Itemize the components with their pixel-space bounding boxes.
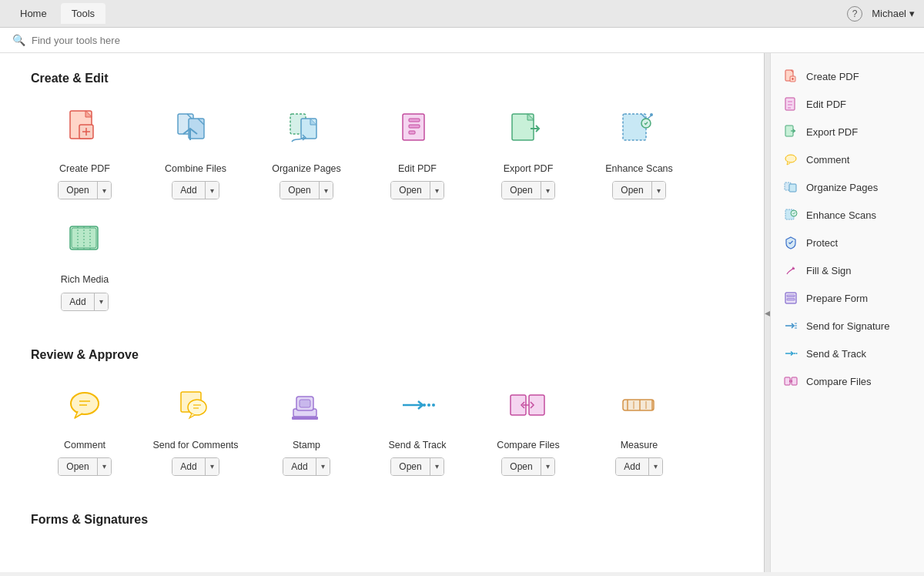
rich-media-icon <box>57 212 112 267</box>
sidebar: Create PDF Edit PDF Expor <box>770 53 924 572</box>
create-pdf-dropdown-btn[interactable]: ▾ <box>97 182 111 199</box>
sidebar-item-send-track[interactable]: Send & Track <box>771 340 924 367</box>
send-track-btn-group: Open ▾ <box>390 457 444 476</box>
tool-item-organize-pages: Organize Pages Open ▾ <box>253 101 360 199</box>
send-for-comments-dropdown-btn[interactable]: ▾ <box>205 458 219 475</box>
tool-item-create-pdf: Create PDF Open ▾ <box>31 101 139 199</box>
svg-point-33 <box>423 404 426 407</box>
stamp-icon <box>279 377 334 433</box>
combine-files-icon <box>168 101 223 156</box>
compare-files-open-btn[interactable]: Open <box>502 458 540 475</box>
edit-pdf-dropdown-btn[interactable]: ▾ <box>430 182 444 199</box>
tool-item-export-pdf: Export PDF Open ▾ <box>474 101 582 199</box>
tools-grid-review-approve: Comment Open ▾ <box>31 377 733 488</box>
section-forms-signatures: Forms & Signatures <box>31 513 733 527</box>
create-pdf-btn-group: Open ▾ <box>58 181 111 199</box>
organize-pages-dropdown-btn[interactable]: ▾ <box>319 182 333 199</box>
tool-item-edit-pdf: Edit PDF Open ▾ <box>363 101 471 199</box>
nav-right: ? Michael ▾ <box>847 6 915 22</box>
sidebar-item-comment[interactable]: Comment <box>771 146 924 173</box>
tool-name-measure: Measure <box>621 439 658 451</box>
user-menu-button[interactable]: Michael ▾ <box>872 8 915 19</box>
sidebar-label-prepare-form: Prepare Form <box>806 293 868 304</box>
sidebar-item-export-pdf[interactable]: Export PDF <box>771 118 924 146</box>
export-pdf-dropdown-btn[interactable]: ▾ <box>541 182 554 199</box>
send-for-comments-icon <box>168 377 223 433</box>
organize-pages-btn-group: Open ▾ <box>280 181 333 199</box>
create-pdf-icon <box>57 101 112 156</box>
tool-item-combine-files: Combine Files Add ▾ <box>142 101 249 199</box>
organize-pages-sidebar-icon <box>783 179 798 195</box>
sidebar-item-create-pdf[interactable]: Create PDF <box>771 62 924 90</box>
enhance-scans-dropdown-btn[interactable]: ▾ <box>651 182 665 199</box>
nav-tabs: Home Tools <box>9 3 105 24</box>
tool-name-send-track: Send & Track <box>388 439 446 451</box>
section-review-approve: Review & Approve Comment Open <box>31 348 733 488</box>
compare-files-dropdown-btn[interactable]: ▾ <box>541 458 554 475</box>
sidebar-item-compare-files[interactable]: Compare Files <box>771 367 924 395</box>
fill-sign-sidebar-icon <box>783 263 798 278</box>
edit-pdf-open-btn[interactable]: Open <box>391 182 429 199</box>
sidebar-label-send-for-signature: Send for Signature <box>806 320 889 332</box>
protect-sidebar-icon <box>783 235 798 250</box>
send-track-open-btn[interactable]: Open <box>391 458 429 475</box>
compare-files-sidebar-icon <box>783 373 798 389</box>
stamp-dropdown-btn[interactable]: ▾ <box>316 458 330 475</box>
organize-pages-open-btn[interactable]: Open <box>280 182 318 199</box>
search-input[interactable] <box>32 35 912 46</box>
send-for-comments-add-btn[interactable]: Add <box>172 458 204 475</box>
sidebar-label-protect: Protect <box>806 237 838 249</box>
tool-item-stamp: Stamp Add ▾ <box>253 377 360 476</box>
svg-rect-55 <box>789 184 796 192</box>
main-layout: Create & Edit Create PDF <box>0 53 924 572</box>
export-pdf-sidebar-icon <box>783 124 798 139</box>
combine-files-add-btn[interactable]: Add <box>172 182 204 199</box>
enhance-scans-open-btn[interactable]: Open <box>613 182 651 199</box>
combine-files-dropdown-btn[interactable]: ▾ <box>205 182 219 199</box>
tool-name-enhance-scans: Enhance Scans <box>605 162 673 175</box>
nav-tab-home[interactable]: Home <box>9 3 58 24</box>
create-pdf-open-btn[interactable]: Open <box>59 182 96 199</box>
svg-point-22 <box>71 393 99 414</box>
tool-item-send-track: Send & Track Open ▾ <box>363 377 471 476</box>
comment-dropdown-btn[interactable]: ▾ <box>97 458 111 475</box>
sidebar-item-prepare-form[interactable]: Prepare Form <box>771 284 924 312</box>
comment-sidebar-icon <box>783 152 798 167</box>
sidebar-item-fill-sign[interactable]: Fill & Sign <box>771 256 924 284</box>
send-track-icon <box>390 377 445 433</box>
sidebar-item-send-for-signature[interactable]: Send for Signature <box>771 312 924 340</box>
section-create-edit: Create & Edit Create PDF <box>31 72 733 323</box>
stamp-add-btn[interactable]: Add <box>283 458 315 475</box>
rich-media-add-btn[interactable]: Add <box>62 293 93 310</box>
comment-open-btn[interactable]: Open <box>59 458 96 475</box>
measure-add-btn[interactable]: Add <box>616 458 648 475</box>
tool-name-rich-media: Rich Media <box>61 273 109 286</box>
sidebar-item-enhance-scans[interactable]: Enhance Scans <box>771 201 924 229</box>
tools-grid-create-edit: Create PDF Open ▾ <box>31 101 733 323</box>
prepare-form-sidebar-icon <box>783 290 798 306</box>
tool-name-combine-files: Combine Files <box>165 162 226 175</box>
comment-btn-group: Open ▾ <box>58 457 111 476</box>
svg-point-61 <box>794 353 795 354</box>
sidebar-item-edit-pdf[interactable]: Edit PDF <box>771 90 924 118</box>
measure-dropdown-btn[interactable]: ▾ <box>648 458 662 475</box>
combine-files-btn-group: Add ▾ <box>172 181 219 199</box>
edit-pdf-icon <box>390 101 445 156</box>
search-icon: 🔍 <box>12 34 25 46</box>
send-for-comments-btn-group: Add ▾ <box>172 457 219 476</box>
help-button[interactable]: ? <box>847 6 862 22</box>
sidebar-item-organize-pages[interactable]: Organize Pages <box>771 173 924 201</box>
sidebar-label-fill-sign: Fill & Sign <box>806 265 852 276</box>
nav-tab-tools[interactable]: Tools <box>61 3 105 24</box>
send-track-dropdown-btn[interactable]: ▾ <box>430 458 444 475</box>
sidebar-item-protect[interactable]: Protect <box>771 229 924 256</box>
compare-files-btn-group: Open ▾ <box>501 457 554 476</box>
svg-point-26 <box>188 400 206 415</box>
edit-pdf-btn-group: Open ▾ <box>390 181 444 199</box>
tool-item-compare-files: Compare Files Open ▾ <box>474 377 582 476</box>
measure-btn-group: Add ▾ <box>615 457 662 476</box>
rich-media-dropdown-btn[interactable]: ▾ <box>94 293 108 310</box>
panel-divider[interactable]: ◀ <box>764 53 770 572</box>
tool-item-rich-media: Rich Media Add ▾ <box>31 212 139 310</box>
export-pdf-open-btn[interactable]: Open <box>502 182 540 199</box>
